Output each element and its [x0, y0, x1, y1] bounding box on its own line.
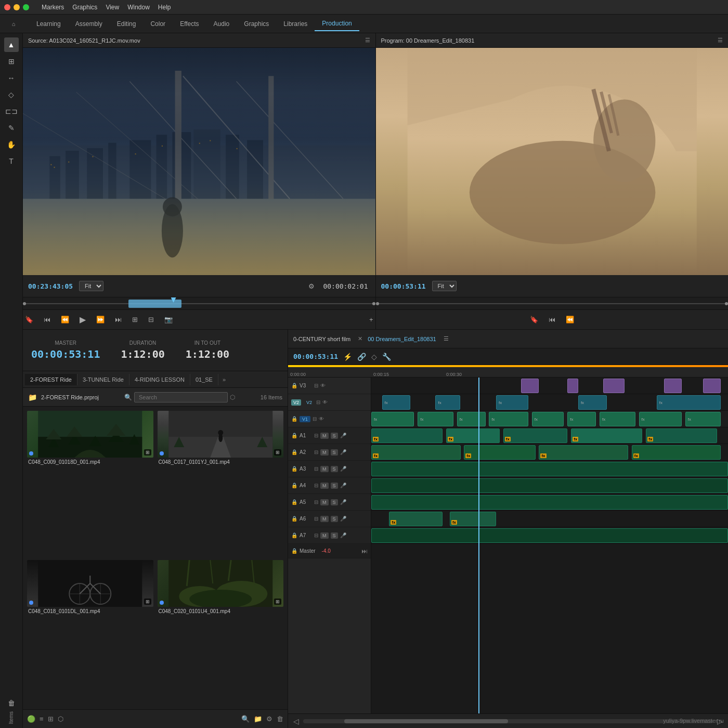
grid-view-icon[interactable]: ⊞: [48, 715, 54, 723]
source-monitor-menu-icon[interactable]: ☰: [365, 37, 370, 44]
tab-effects[interactable]: Effects: [173, 17, 206, 31]
tab-color[interactable]: Color: [143, 17, 173, 31]
a4-m-btn[interactable]: M: [320, 483, 329, 489]
a5-m-btn[interactable]: M: [320, 499, 329, 505]
seq-tab-riding[interactable]: 4-RIDING LESSON: [129, 374, 190, 385]
clip-v1-8[interactable]: fx: [639, 412, 682, 426]
v2-clips[interactable]: fx fx fx fx fx: [371, 394, 728, 411]
tl-close-0[interactable]: ✕: [358, 335, 362, 342]
clip-a6-2[interactable]: fx: [450, 512, 496, 526]
a1-s-btn[interactable]: S: [331, 433, 338, 439]
clip-a1-1[interactable]: fx: [371, 428, 443, 443]
menu-graphics[interactable]: Graphics: [72, 4, 97, 11]
a6-clips[interactable]: fx fx: [371, 511, 728, 527]
source-prev-edit[interactable]: ⏮: [42, 315, 53, 324]
list-view-icon[interactable]: ≡: [40, 715, 44, 723]
clip-v1-6[interactable]: fx: [567, 412, 596, 426]
type-tool[interactable]: T: [4, 154, 19, 168]
bin-icon[interactable]: 🗑: [4, 696, 19, 710]
source-add-btn[interactable]: +: [367, 315, 375, 324]
v3-settings-icon[interactable]: ⊟: [314, 383, 318, 388]
clip-v2-2[interactable]: fx: [435, 395, 460, 410]
tl-linked-icon[interactable]: 🔗: [357, 353, 366, 361]
clip-v3-1[interactable]: [521, 379, 539, 393]
tl-seq-title-1[interactable]: 00 Dreamers_Edit_180831: [368, 336, 436, 342]
tab-assembly[interactable]: Assembly: [68, 17, 110, 31]
a1-clips[interactable]: fx fx fx fx fx: [371, 427, 728, 444]
a4-settings-icon[interactable]: ⊟: [314, 483, 318, 488]
clip-v1-1[interactable]: fx: [371, 412, 414, 426]
clip-a1-2[interactable]: fx: [446, 428, 500, 443]
project-search-input[interactable]: [134, 392, 228, 402]
v3-clips[interactable]: [371, 378, 728, 394]
close-btn[interactable]: [4, 4, 10, 10]
folder-panel-icon[interactable]: 📁: [254, 715, 262, 723]
search-panel-icon[interactable]: 🔍: [241, 715, 250, 723]
a5-mic-icon[interactable]: 🎤: [340, 499, 346, 505]
source-camera-btn[interactable]: 📷: [162, 315, 175, 324]
clip-a3-1[interactable]: [371, 462, 728, 476]
tab-graphics[interactable]: Graphics: [237, 17, 276, 31]
a5-s-btn[interactable]: S: [331, 499, 338, 505]
clip-a5-1[interactable]: [371, 495, 728, 510]
clip-a4-1[interactable]: [371, 478, 728, 493]
a7-lock-icon[interactable]: 🔒: [291, 532, 297, 538]
clip-v1-9[interactable]: fx: [685, 412, 721, 426]
v1-eye-icon[interactable]: 👁: [319, 416, 324, 422]
a5-lock-icon[interactable]: 🔒: [291, 499, 297, 505]
a2-lock-icon[interactable]: 🔒: [291, 449, 297, 455]
clip-v1-7[interactable]: fx: [600, 412, 635, 426]
a3-mic-icon[interactable]: 🎤: [340, 466, 346, 472]
master-skip-icon[interactable]: ⏭: [361, 548, 368, 555]
a1-m-btn[interactable]: M: [320, 433, 329, 439]
seq-tab-tunnel[interactable]: 3-TUNNEL Ride: [77, 374, 129, 385]
a6-s-btn[interactable]: S: [331, 516, 338, 522]
media-thumb-1[interactable]: ⊞ C048_C017_0101YJ_001.mp4: [158, 411, 284, 556]
a6-settings-icon[interactable]: ⊟: [314, 516, 318, 522]
tab-libraries[interactable]: Libraries: [276, 17, 315, 31]
a2-clips[interactable]: fx fx fx fx: [371, 444, 728, 461]
a6-lock-icon[interactable]: 🔒: [291, 516, 297, 522]
program-monitor-menu-icon[interactable]: ☰: [718, 37, 723, 44]
a1-mic-icon[interactable]: 🎤: [340, 433, 346, 438]
seq-more-btn[interactable]: »: [218, 374, 230, 385]
tab-audio[interactable]: Audio: [206, 17, 237, 31]
tl-wrench-icon[interactable]: 🔧: [382, 353, 391, 361]
v3-eye-icon[interactable]: 👁: [320, 383, 326, 388]
maximize-btn[interactable]: [23, 4, 29, 10]
v1-lock-icon[interactable]: 🔒: [291, 416, 297, 422]
delete-panel-icon[interactable]: 🗑: [277, 715, 283, 723]
track-content[interactable]: fx fx fx fx fx: [371, 378, 728, 713]
clip-v3-3[interactable]: [603, 379, 625, 393]
media-thumb-2[interactable]: ⊞ C048_C018_0101DL_001.mp4: [27, 560, 153, 705]
clip-v3-5[interactable]: [703, 379, 721, 393]
hand-tool[interactable]: ✋: [4, 137, 19, 152]
clip-a7-1[interactable]: [371, 528, 728, 543]
tl-add-marker[interactable]: ◇: [371, 353, 377, 361]
a3-clips[interactable]: [371, 461, 728, 477]
a4-lock-icon[interactable]: 🔒: [291, 483, 297, 488]
a7-settings-icon[interactable]: ⊟: [314, 532, 318, 538]
program-step-back[interactable]: ⏪: [564, 315, 576, 324]
seq-tab-forest[interactable]: 2-FOREST Ride: [25, 374, 77, 385]
clip-v2-3[interactable]: fx: [496, 395, 528, 410]
a5-settings-icon[interactable]: ⊟: [314, 499, 318, 505]
freeform-icon[interactable]: ⬡: [58, 715, 63, 723]
tl-menu-icon[interactable]: ☰: [444, 335, 449, 342]
tab-production[interactable]: Production: [315, 17, 359, 31]
a7-m-btn[interactable]: M: [320, 532, 329, 539]
razor-tool[interactable]: ◇: [4, 87, 19, 102]
media-thumb-3[interactable]: ⊞ C048_C020_0101U4_001.mp4: [158, 560, 284, 705]
tl-bottom-left-btn[interactable]: ◁: [293, 717, 299, 725]
source-mark-in[interactable]: 🔖: [23, 315, 35, 324]
clip-v2-4[interactable]: fx: [578, 395, 607, 410]
source-step-back[interactable]: ⏪: [59, 315, 71, 324]
program-fit-dropdown[interactable]: Fit: [432, 281, 457, 291]
clip-v2-1[interactable]: fx: [382, 395, 411, 410]
source-step-fwd[interactable]: ⏩: [94, 315, 107, 324]
clip-v3-4[interactable]: [664, 379, 682, 393]
program-prev-edit[interactable]: ⏮: [547, 315, 557, 324]
a4-clips[interactable]: [371, 477, 728, 494]
a2-mic-icon[interactable]: 🎤: [340, 449, 346, 455]
menu-view[interactable]: View: [106, 4, 119, 11]
